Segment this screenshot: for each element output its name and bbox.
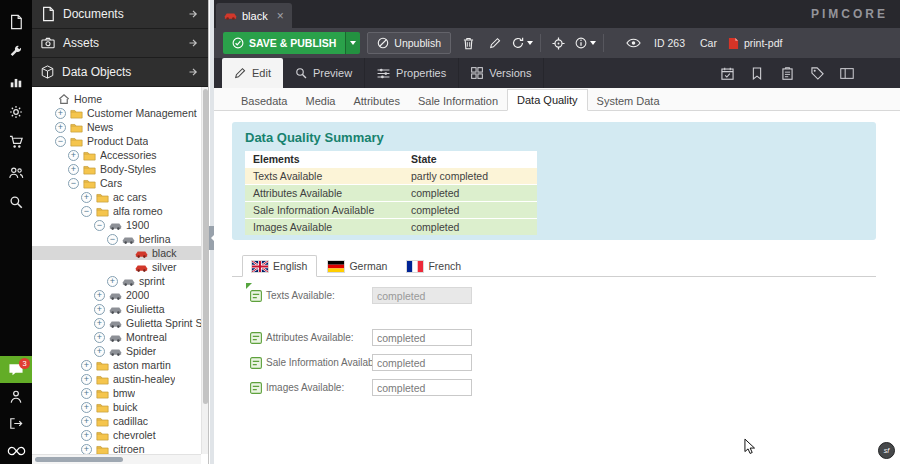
debug-toolbar-toggle[interactable]: sf	[878, 442, 895, 459]
reports-nav-button[interactable]	[0, 67, 32, 97]
expand-icon[interactable]: +	[94, 332, 105, 343]
expand-icon[interactable]: +	[55, 122, 66, 133]
tree-item-bmw[interactable]: +bmw	[32, 386, 201, 400]
tree-item-home[interactable]: Home	[32, 92, 201, 106]
user-profile-button[interactable]	[0, 383, 32, 410]
settings-nav-button[interactable]	[0, 97, 32, 127]
tree-item-1900[interactable]: −1900	[32, 218, 201, 232]
tree-item-body-styles[interactable]: +Body-Styles	[32, 162, 201, 176]
tree-item-giulietta[interactable]: +Giulietta	[32, 302, 201, 316]
tree-item-ac-cars[interactable]: +ac cars	[32, 190, 201, 204]
pimcore-logo[interactable]	[0, 437, 32, 464]
close-tab-icon[interactable]: ×	[277, 10, 284, 22]
tree-horizontal-scrollbar[interactable]	[32, 454, 201, 464]
accordion-documents[interactable]: Documents	[32, 0, 208, 29]
tree-item-spider[interactable]: +Spider	[32, 344, 201, 358]
expand-icon[interactable]: +	[107, 276, 118, 287]
notes-events-button[interactable]	[772, 58, 802, 88]
vertical-scrollbar-thumb[interactable]	[203, 89, 208, 404]
accordion-assets[interactable]: Assets	[32, 29, 208, 58]
language-tab-english[interactable]: English	[242, 255, 317, 277]
print-pdf-button[interactable]: print-pdf	[728, 37, 783, 50]
expand-icon[interactable]: +	[94, 346, 105, 357]
tree-item-sprint[interactable]: +sprint	[32, 274, 201, 288]
expand-icon[interactable]: +	[94, 304, 105, 315]
expand-icon[interactable]: +	[68, 150, 79, 161]
tree-item-product-data[interactable]: −Product Data	[32, 134, 201, 148]
expand-icon[interactable]: +	[68, 164, 79, 175]
layout-tab-sale-information[interactable]: Sale Information	[409, 91, 507, 111]
documents-nav-button[interactable]	[0, 7, 32, 37]
tree-item-berlina[interactable]: −berlina	[32, 232, 201, 246]
tree-item-accessories[interactable]: +Accessories	[32, 148, 201, 162]
field-input-attributes-available[interactable]	[372, 329, 472, 346]
tree-item-citroen[interactable]: +citroen	[32, 442, 201, 454]
tree-item-buick[interactable]: +buick	[32, 400, 201, 414]
editor-tab-edit[interactable]: Edit	[222, 58, 283, 88]
field-input-images-available[interactable]	[372, 379, 472, 396]
expand-icon[interactable]: +	[94, 318, 105, 329]
tree-item-customer-management[interactable]: +Customer Management	[32, 106, 201, 120]
field-input-sale-information-available[interactable]	[372, 354, 472, 371]
rename-button[interactable]	[485, 32, 505, 54]
delete-button[interactable]	[458, 32, 478, 54]
tree-item-cadillac[interactable]: +cadillac	[32, 414, 201, 428]
save-publish-button[interactable]: SAVE & PUBLISH	[223, 32, 360, 54]
collapse-icon[interactable]: −	[68, 178, 79, 189]
search-nav-button[interactable]	[0, 187, 32, 217]
expand-icon[interactable]: +	[81, 360, 92, 371]
schedule-button[interactable]	[712, 58, 742, 88]
logout-button[interactable]	[0, 410, 32, 437]
bookmark-button[interactable]	[742, 58, 772, 88]
tree-item-news[interactable]: +News	[32, 120, 201, 134]
tree-vertical-scrollbar[interactable]	[201, 87, 208, 454]
open-preview-button[interactable]	[623, 32, 643, 54]
language-tab-german[interactable]: German	[319, 255, 396, 277]
layout-tab-basedata[interactable]: Basedata	[232, 91, 296, 111]
tree-item-austin-healey[interactable]: +austin-healey	[32, 372, 201, 386]
tree-item-black[interactable]: black	[32, 246, 201, 260]
expand-icon[interactable]: +	[81, 192, 92, 203]
expand-icon[interactable]: +	[81, 444, 92, 455]
custom-layout-button[interactable]	[832, 58, 862, 88]
expand-icon[interactable]: +	[94, 290, 105, 301]
layout-tab-system-data[interactable]: System Data	[588, 91, 669, 111]
tree-item-montreal[interactable]: +Montreal	[32, 330, 201, 344]
collapse-icon[interactable]: −	[81, 206, 92, 217]
ecommerce-nav-button[interactable]	[0, 127, 32, 157]
accordion-data-objects[interactable]: Data Objects	[32, 58, 208, 87]
tree-item-aston-martin[interactable]: +aston martin	[32, 358, 201, 372]
editor-tab-properties[interactable]: Properties	[365, 58, 459, 88]
layout-tab-media[interactable]: Media	[296, 91, 344, 111]
editor-tab-versions[interactable]: Versions	[459, 58, 544, 88]
tree-item-gulietta-sprint-specia[interactable]: +Gulietta Sprint Specia	[32, 316, 201, 330]
save-options-dropdown[interactable]	[345, 32, 360, 54]
collapse-icon[interactable]: −	[55, 136, 66, 147]
tree-item-silver[interactable]: silver	[32, 260, 201, 274]
tree-item-chevrolet[interactable]: +chevrolet	[32, 428, 201, 442]
language-tab-french[interactable]: French	[398, 255, 470, 277]
object-tab-black[interactable]: black ×	[216, 3, 292, 28]
editor-tab-preview[interactable]: Preview	[283, 58, 365, 88]
expand-icon[interactable]: +	[81, 402, 92, 413]
tree-item-cars[interactable]: −Cars	[32, 176, 201, 190]
tree-item-alfa-romeo[interactable]: −alfa romeo	[32, 204, 201, 218]
expand-icon[interactable]: +	[81, 374, 92, 385]
unpublish-button[interactable]: Unpublish	[367, 32, 451, 54]
info-button[interactable]	[575, 37, 596, 49]
field-input-texts-available[interactable]	[372, 287, 472, 304]
expand-icon[interactable]: +	[81, 430, 92, 441]
collapse-icon[interactable]: −	[94, 220, 105, 231]
users-nav-button[interactable]	[0, 157, 32, 187]
collapse-icon[interactable]: −	[107, 234, 118, 245]
tools-nav-button[interactable]	[0, 37, 32, 67]
horizontal-scrollbar-thumb[interactable]	[35, 457, 123, 462]
expand-icon[interactable]: +	[81, 388, 92, 399]
tags-button[interactable]	[802, 58, 832, 88]
reload-button[interactable]	[512, 37, 533, 49]
layout-tab-attributes[interactable]: Attributes	[344, 91, 408, 111]
tree-item-2000[interactable]: +2000	[32, 288, 201, 302]
expand-icon[interactable]: +	[81, 416, 92, 427]
locate-in-tree-button[interactable]	[548, 32, 568, 54]
layout-tab-data-quality[interactable]: Data Quality	[507, 89, 588, 111]
